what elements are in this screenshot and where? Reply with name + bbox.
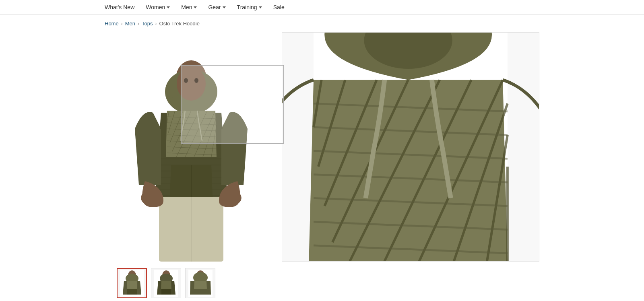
nav-item-gear[interactable]: Gear — [208, 4, 225, 10]
chevron-down-icon — [167, 6, 170, 8]
zoom-svg — [282, 33, 539, 261]
chevron-down-icon — [194, 6, 197, 8]
breadcrumb-home[interactable]: Home — [105, 21, 119, 27]
main-nav: What's New Women Men Gear Training Sale — [0, 0, 644, 15]
nav-item-whats-new[interactable]: What's New — [105, 4, 134, 10]
svg-point-30 — [184, 78, 188, 83]
main-product-image[interactable] — [105, 32, 278, 262]
nav-item-sale[interactable]: Sale — [273, 4, 285, 10]
thumbnail-3[interactable] — [185, 268, 215, 298]
breadcrumb-sep-3: › — [155, 21, 157, 27]
zoom-preview — [282, 32, 539, 262]
nav-item-men[interactable]: Men — [181, 4, 197, 10]
product-image-section — [105, 32, 278, 298]
main-content — [0, 32, 644, 298]
chevron-down-icon — [223, 6, 226, 8]
thumbnails — [105, 268, 278, 298]
svg-rect-41 — [161, 289, 171, 295]
nav-item-women[interactable]: Women — [146, 4, 170, 10]
thumbnail-1[interactable] — [117, 268, 147, 298]
breadcrumb-sep-2: › — [138, 21, 139, 27]
svg-rect-37 — [127, 289, 137, 295]
breadcrumb-sep-1: › — [121, 21, 123, 27]
breadcrumb-men[interactable]: Men — [125, 21, 135, 27]
zoom-preview-inner — [282, 33, 539, 261]
thumbnail-2[interactable] — [151, 268, 181, 298]
svg-point-31 — [194, 78, 198, 83]
svg-point-29 — [177, 67, 206, 101]
breadcrumb: Home › Men › Tops › Oslo Trek Hoodie — [0, 15, 644, 32]
breadcrumb-tops[interactable]: Tops — [142, 21, 153, 27]
product-svg — [105, 32, 278, 262]
nav-item-training[interactable]: Training — [237, 4, 262, 10]
chevron-down-icon — [259, 6, 262, 8]
breadcrumb-current: Oslo Trek Hoodie — [159, 21, 199, 27]
